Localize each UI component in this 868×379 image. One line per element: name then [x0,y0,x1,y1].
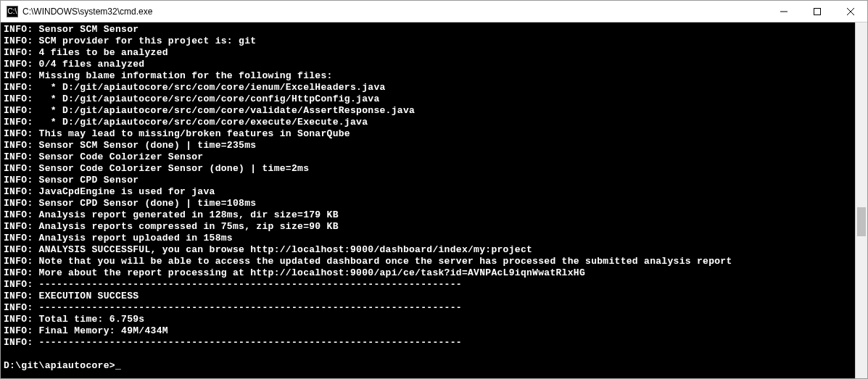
console-line: INFO: * D:/git/apiautocore/src/com/core/… [4,93,852,105]
console-line: INFO: 0/4 files analyzed [4,59,852,70]
console-line: INFO: More about the report processing a… [4,267,852,279]
console-line: INFO: ----------------------------------… [4,337,852,349]
console-line: INFO: EXECUTION SUCCESS [4,291,852,302]
console-line: INFO: Sensor SCM Sensor [4,24,852,36]
maximize-button[interactable] [801,1,834,22]
console-line: INFO: ----------------------------------… [4,279,852,291]
console-line: INFO: Analysis report generated in 128ms… [4,209,852,221]
console-line: INFO: Analysis report uploaded in 158ms [4,233,852,244]
minimize-button[interactable] [767,1,801,22]
console-line: INFO: Analysis reports compressed in 75m… [4,221,852,233]
cmd-icon: C:\ [7,6,18,17]
console-line: INFO: This may lead to missing/broken fe… [4,128,852,140]
console-line [4,349,852,360]
close-button[interactable] [834,1,867,22]
vertical-scrollbar[interactable] [855,22,867,378]
console-line: INFO: ANALYSIS SUCCESSFUL, you can brows… [4,244,852,256]
console-line: INFO: Final Memory: 49M/434M [4,325,852,337]
console-prompt[interactable]: D:\git\apiautocore>_ [4,360,852,372]
console-output[interactable]: INFO: Sensor SCM SensorINFO: SCM provide… [1,22,855,378]
console-line: INFO: * D:/git/apiautocore/src/com/core/… [4,105,852,117]
maximize-icon [814,8,821,15]
console-line: INFO: Sensor Code Colorizer Sensor [4,151,852,163]
minimize-icon [780,8,788,15]
console-line: INFO: Sensor CPD Sensor [4,175,852,186]
window-controls [767,1,867,22]
titlebar: C:\ C:\WINDOWS\system32\cmd.exe [1,1,867,22]
cursor: _ [115,360,121,372]
console-line: INFO: * D:/git/apiautocore/src/com/core/… [4,82,852,93]
console-line: INFO: SCM provider for this project is: … [4,36,852,47]
window-title: C:\WINDOWS\system32\cmd.exe [22,7,767,17]
console-line: INFO: JavaCpdEngine is used for java [4,186,852,198]
console-line: INFO: Note that you will be able to acce… [4,256,852,267]
scrollbar-thumb[interactable] [857,207,866,236]
console-line: INFO: Total time: 6.759s [4,314,852,325]
console-line: INFO: Sensor Code Colorizer Sensor (done… [4,163,852,175]
console-wrapper: INFO: Sensor SCM SensorINFO: SCM provide… [1,22,867,378]
console-line: INFO: * D:/git/apiautocore/src/com/core/… [4,117,852,128]
svg-rect-1 [814,8,821,14]
console-line: INFO: Missing blame information for the … [4,70,852,82]
console-line: INFO: ----------------------------------… [4,302,852,314]
console-line: INFO: Sensor SCM Sensor (done) | time=23… [4,140,852,151]
console-line: INFO: 4 files to be analyzed [4,47,852,59]
cmd-window: C:\ C:\WINDOWS\system32\cmd.exe INFO: Se… [0,0,868,379]
close-icon [847,8,854,15]
console-line: INFO: Sensor CPD Sensor (done) | time=10… [4,198,852,209]
